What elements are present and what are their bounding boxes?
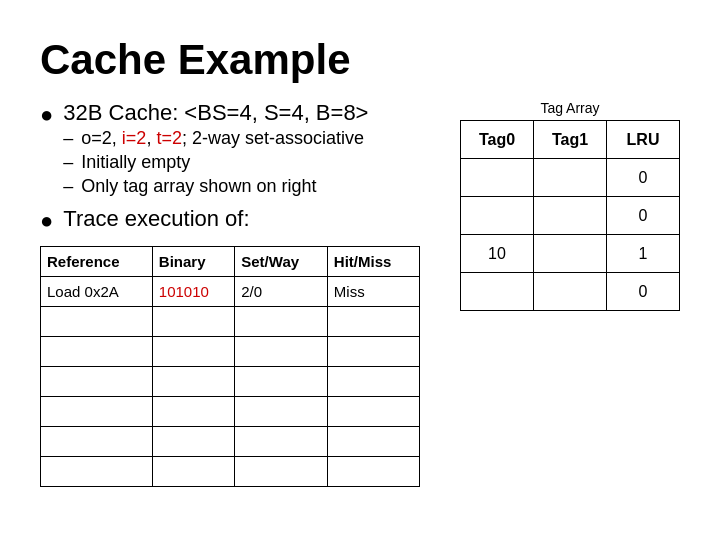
binary-highlight: 101010: [159, 283, 209, 300]
right-panel: Tag Array Tag0 Tag1 LRU 001010: [460, 100, 680, 311]
tag-cell-0-1: [534, 159, 607, 197]
tag-row-0: 0: [461, 159, 680, 197]
slide: Cache Example ● 32B Cache: <BS=4, S=4, B…: [0, 0, 720, 540]
bullet-list: ● 32B Cache: <BS=4, S=4, B=8> – o=2, i=2…: [40, 100, 420, 240]
ref-row-4: [41, 397, 420, 427]
tag-row-1: 0: [461, 197, 680, 235]
bullet-item-1: ● 32B Cache: <BS=4, S=4, B=8> – o=2, i=2…: [40, 100, 420, 200]
slide-title: Cache Example: [40, 36, 680, 84]
tag-col-tag0: Tag0: [461, 121, 534, 159]
dash-2: –: [63, 152, 73, 173]
tag-cell-0-2: 0: [607, 159, 680, 197]
ref-col-binary: Binary: [152, 247, 234, 277]
ref-cell-2-2: [235, 337, 328, 367]
sub-item-1: – o=2, i=2, t=2; 2-way set-associative: [63, 128, 368, 149]
ref-cell-0-1: 101010: [152, 277, 234, 307]
ref-col-reference: Reference: [41, 247, 153, 277]
ref-row-5: [41, 427, 420, 457]
ref-cell-5-1: [152, 427, 234, 457]
ref-cell-6-1: [152, 457, 234, 487]
ref-cell-5-0: [41, 427, 153, 457]
bullet-1-text: 32B Cache: <BS=4, S=4, B=8>: [63, 100, 368, 126]
ref-cell-2-1: [152, 337, 234, 367]
ref-cell-1-2: [235, 307, 328, 337]
tag-table-header: Tag0 Tag1 LRU: [461, 121, 680, 159]
ref-cell-4-1: [152, 397, 234, 427]
ref-cell-6-0: [41, 457, 153, 487]
ref-row-6: [41, 457, 420, 487]
ref-col-hitmiss: Hit/Miss: [327, 247, 419, 277]
tag-cell-3-1: [534, 273, 607, 311]
dash-1: –: [63, 128, 73, 149]
ref-cell-1-1: [152, 307, 234, 337]
tag-cell-1-0: [461, 197, 534, 235]
ref-cell-5-3: [327, 427, 419, 457]
tag-row-2: 101: [461, 235, 680, 273]
tag-array-label: Tag Array: [460, 100, 680, 116]
sub-item-1-text: o=2, i=2, t=2; 2-way set-associative: [81, 128, 364, 149]
ref-cell-4-2: [235, 397, 328, 427]
ref-cell-3-2: [235, 367, 328, 397]
content-area: ● 32B Cache: <BS=4, S=4, B=8> – o=2, i=2…: [40, 100, 680, 487]
ref-cell-2-3: [327, 337, 419, 367]
ref-row-3: [41, 367, 420, 397]
left-panel: ● 32B Cache: <BS=4, S=4, B=8> – o=2, i=2…: [40, 100, 420, 487]
ref-cell-0-2: 2/0: [235, 277, 328, 307]
ref-cell-4-3: [327, 397, 419, 427]
tag-col-tag1: Tag1: [534, 121, 607, 159]
ref-row-0: Load 0x2A1010102/0Miss: [41, 277, 420, 307]
ref-cell-0-0: Load 0x2A: [41, 277, 153, 307]
reference-table: Reference Binary Set/Way Hit/Miss Load 0…: [40, 246, 420, 487]
sub-item-2-text: Initially empty: [81, 152, 190, 173]
bullet-1-content: 32B Cache: <BS=4, S=4, B=8> – o=2, i=2, …: [63, 100, 368, 200]
sub-item-3-text: Only tag array shown on right: [81, 176, 316, 197]
bullet-item-2: ● Trace execution of:: [40, 206, 420, 240]
ref-table-body: Load 0x2A1010102/0Miss: [41, 277, 420, 487]
ref-cell-3-0: [41, 367, 153, 397]
tag-cell-3-0: [461, 273, 534, 311]
ref-row-1: [41, 307, 420, 337]
t-highlight: t=2: [156, 128, 182, 148]
tag-cell-1-2: 0: [607, 197, 680, 235]
ref-cell-2-0: [41, 337, 153, 367]
tag-cell-3-2: 0: [607, 273, 680, 311]
sub-item-3: – Only tag array shown on right: [63, 176, 368, 197]
tag-array-table: Tag0 Tag1 LRU 001010: [460, 120, 680, 311]
bullet-dot-2: ●: [40, 208, 53, 234]
ref-table-header: Reference Binary Set/Way Hit/Miss: [41, 247, 420, 277]
ref-cell-6-3: [327, 457, 419, 487]
tag-cell-0-0: [461, 159, 534, 197]
i-highlight: i=2: [122, 128, 147, 148]
ref-cell-0-3: Miss: [327, 277, 419, 307]
ref-cell-3-1: [152, 367, 234, 397]
tag-row-3: 0: [461, 273, 680, 311]
ref-header-row: Reference Binary Set/Way Hit/Miss: [41, 247, 420, 277]
tag-header-row: Tag0 Tag1 LRU: [461, 121, 680, 159]
dash-3: –: [63, 176, 73, 197]
ref-cell-3-3: [327, 367, 419, 397]
ref-row-2: [41, 337, 420, 367]
tag-cell-2-1: [534, 235, 607, 273]
tag-col-lru: LRU: [607, 121, 680, 159]
bullet-dot-1: ●: [40, 102, 53, 128]
bullet-2-text: Trace execution of:: [63, 206, 249, 232]
tag-cell-1-1: [534, 197, 607, 235]
ref-cell-6-2: [235, 457, 328, 487]
ref-cell-5-2: [235, 427, 328, 457]
sub-list-1: – o=2, i=2, t=2; 2-way set-associative –…: [63, 128, 368, 197]
tag-cell-2-2: 1: [607, 235, 680, 273]
ref-col-setway: Set/Way: [235, 247, 328, 277]
tag-table-body: 001010: [461, 159, 680, 311]
tag-cell-2-0: 10: [461, 235, 534, 273]
ref-cell-1-3: [327, 307, 419, 337]
ref-cell-1-0: [41, 307, 153, 337]
ref-cell-4-0: [41, 397, 153, 427]
sub-item-2: – Initially empty: [63, 152, 368, 173]
